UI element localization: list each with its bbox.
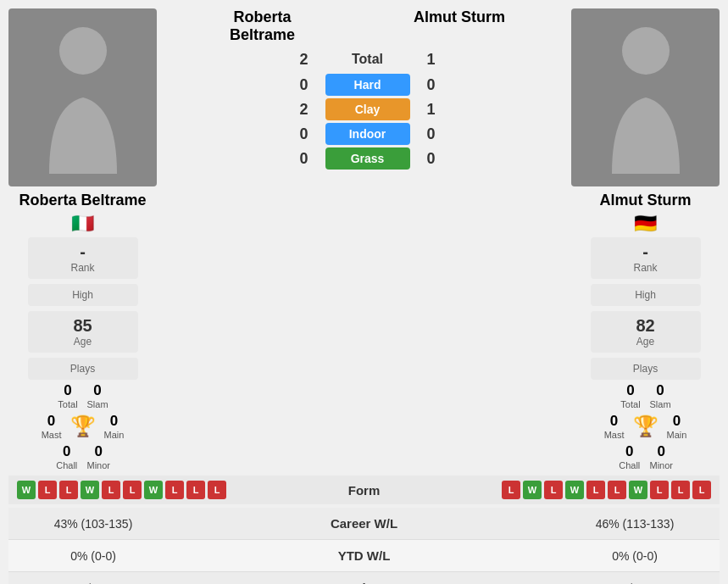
p1-badge-7: L [165,481,184,499]
player1-silhouette [32,21,134,174]
p1-form-badges: W L L W L L W L L L [17,481,226,499]
p1-mast-val: 0 [42,413,62,430]
player2-section: Almut Sturm 🇩🇪 - Rank High 82 Age Plays [571,8,720,382]
center-column: Roberta Beltrame Almut Sturm 2 Total 1 0… [170,8,564,382]
player2-age-value: 82 [599,316,692,336]
p1-badge-9: L [208,481,226,499]
career-prize-label: Career Prize Money [161,581,567,584]
player1-flag: 🇮🇹 [71,213,94,235]
player2-name: Almut Sturm [600,192,692,209]
p1-chall-lbl: Chall [55,460,79,470]
p2-career-wl: 46% (113-133) [567,517,703,531]
p2-badge-5: L [608,481,626,499]
player1-age-card: 85 Age [28,311,138,353]
p2-form-badges: L W L W L L W L L L [502,481,711,499]
p1-hard-score: 0 [283,76,325,94]
p1-total-score: 2 [283,51,325,69]
main-container: Roberta Beltrame 🇮🇹 - Rank High 85 Age P… [0,0,728,584]
p2-grass-score: 0 [410,150,453,168]
p2-badge-2: L [544,481,563,499]
clay-row: 2 Clay 1 [170,98,564,120]
p2-badge-1: W [523,481,542,499]
player2-flag: 🇩🇪 [634,213,657,235]
form-label: Form [348,483,381,498]
p1-slam-stat: 0 Slam [87,382,108,409]
player2-silhouette [595,21,697,174]
p2-minor-lbl: Minor [650,460,674,470]
player2-high-card: High [591,284,701,306]
p1-total-stat: 0 Total [57,382,78,409]
player2-stat-grid: 0 Total 0 Slam 0 Mast 🏆 0 Main [571,382,720,470]
p1-badge-1: L [38,481,57,499]
top-section: Roberta Beltrame 🇮🇹 - Rank High 85 Age P… [8,8,720,382]
player1-photo [8,8,157,186]
career-wl-row: 43% (103-135) Career W/L 46% (113-133) [8,508,720,540]
p1-badge-4: L [102,481,120,499]
player2-rank-card: - Rank [591,237,701,279]
player1-rank-label: Rank [36,262,130,274]
player1-section: Roberta Beltrame 🇮🇹 - Rank High 85 Age P… [8,8,157,382]
p2-chall-val: 0 [618,443,642,460]
p2-career-prize: $0 [567,581,703,585]
p2-trophy-row: 0 Mast 🏆 0 Main [604,413,687,440]
player2-plays-label: Plays [599,363,692,375]
p2-indoor-score: 0 [410,125,453,143]
svg-point-0 [59,27,107,75]
player2-age-label: Age [599,336,692,348]
p1-slam-lbl: Slam [87,399,108,409]
player1-grid: 0 Total 0 Slam [57,382,108,409]
player1-plays-label: Plays [36,363,130,375]
player1-stat-grid: 0 Total 0 Slam 0 Mast 🏆 0 Main [8,382,157,470]
p1-minor-stat: 0 Minor [87,443,111,470]
ytd-wl-row: 0% (0-0) YTD W/L 0% (0-0) [8,540,720,572]
player1-name: Roberta Beltrame [19,192,146,209]
p1-badge-8: L [186,481,205,499]
p2-main-val: 0 [667,413,687,430]
player2-grid: 0 Total 0 Slam [620,382,670,409]
p2-ytd-wl: 0% (0-0) [567,549,703,563]
p2-mast-stat: 0 Mast [604,413,625,440]
p1-total-lbl: Total [57,399,78,409]
p1-name-line2: Beltrame [230,26,295,44]
player2-plays-card: Plays [591,358,701,380]
indoor-row: 0 Indoor 0 [170,123,564,145]
p2-name-header: Almut Sturm [414,8,505,44]
p2-badge-9: L [692,481,711,499]
player1-age-value: 85 [36,316,130,336]
p1-mast-lbl: Mast [42,430,62,440]
total-row: 2 Total 1 [170,47,564,71]
p2-trophy-icon: 🏆 [633,414,659,438]
p2-minor-val: 0 [650,443,674,460]
p2-total-score: 1 [410,51,453,69]
p2-badge-4: L [586,481,605,499]
grass-label: Grass [325,147,410,170]
p1-minor-lbl: Minor [87,460,111,470]
total-label: Total [325,47,410,71]
p1-name-line1: Roberta [230,8,295,26]
p1-trophy-row: 0 Mast 🏆 0 Main [42,413,125,440]
p2-main-lbl: Main [667,430,687,440]
player1-plays-card: Plays [28,358,138,380]
player1-rank-value: - [36,242,130,262]
p1-slam-val: 0 [87,382,108,399]
p1-badge-0: W [17,481,36,499]
p2-slam-stat: 0 Slam [650,382,671,409]
trophy-icon: 🏆 [70,414,96,438]
grass-row: 0 Grass 0 [170,147,564,170]
p2-chall-lbl: Chall [618,460,642,470]
p1-clay-score: 2 [283,101,325,119]
p2-clay-score: 1 [410,101,453,119]
hard-row: 0 Hard 0 [170,74,564,96]
player1-age-label: Age [36,336,130,348]
ytd-wl-label: YTD W/L [161,548,567,563]
p1-chall-stat: 0 Chall [55,443,79,470]
p1-main-stat: 0 Main [104,413,125,440]
p2-hard-score: 0 [410,76,453,94]
p2-slam-lbl: Slam [650,399,671,409]
score-rows: 2 Total 1 0 Hard 0 2 Clay 1 0 [170,47,564,170]
form-row: W L L W L L W L L L Form L W L W L L W L… [8,476,720,504]
career-wl-label: Career W/L [161,516,567,531]
indoor-label: Indoor [325,123,410,145]
player1-high-label: High [36,289,130,301]
player2-rank-label: Rank [599,262,692,274]
